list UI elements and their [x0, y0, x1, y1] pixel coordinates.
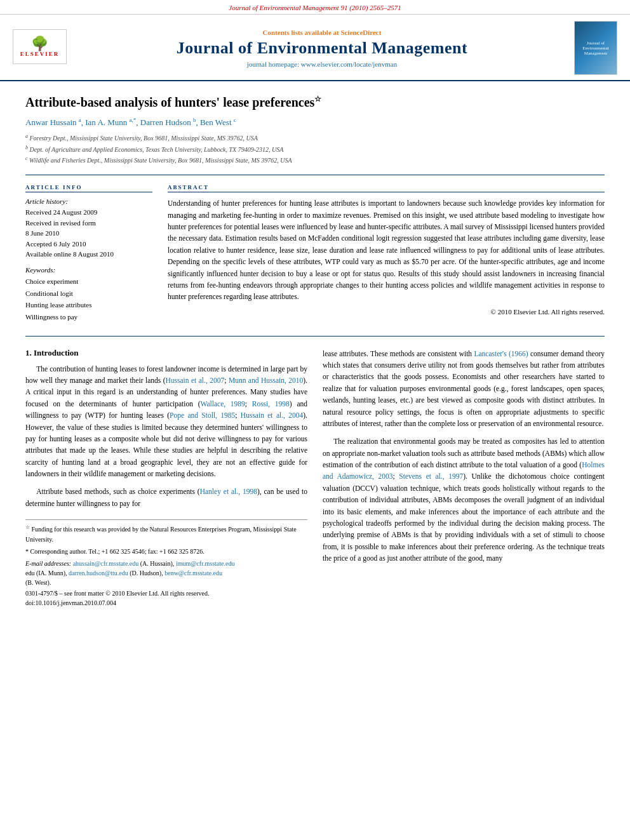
journal-header-center: Contents lists available at ScienceDirec… [70, 29, 574, 68]
abstract-title: ABSTRACT [168, 184, 605, 192]
doi-number[interactable]: doi:10.1016/j.jenvman.2010.07.004 [25, 599, 307, 606]
cite-pope-1985[interactable]: Pope and Stoll, 1985 [170, 411, 235, 419]
introduction-heading: 1. Introduction [25, 348, 307, 358]
footnote-star: ☆ Funding for this research was provided… [25, 524, 307, 543]
abstract-divider [25, 336, 605, 337]
footnote-corresponding: * Corresponding author. Tel.; +1 662 325… [25, 547, 307, 556]
affiliation-c: c Wildlife and Fisheries Dept., Mississi… [25, 155, 605, 166]
journal-homepage: journal homepage: www.elsevier.com/locat… [70, 60, 574, 68]
email-hussain[interactable]: ahussain@cfr.msstate.edu [73, 560, 139, 567]
abstract-text: Understanding of hunter preferences for … [168, 197, 605, 303]
journal-citation-bar: Journal of Environmental Management 91 (… [0, 0, 630, 15]
affiliation-b: b Dept. of Agriculture and Applied Econo… [25, 144, 605, 155]
article-info-column: ARTICLE INFO Article history: Received 2… [25, 184, 152, 329]
main-content: 1. Introduction The contribution of hunt… [25, 348, 605, 606]
cite-hanley-1998[interactable]: Hanley et al., 1998 [200, 488, 257, 495]
cite-rossi-1998[interactable]: Rossi, 1998 [252, 400, 290, 408]
affiliation-a-text: Forestry Dept., Mississippi State Univer… [30, 135, 258, 142]
aff-c: c [234, 117, 236, 123]
journal-title: Journal of Environmental Management [70, 39, 574, 58]
right-para-2: The realization that environmental goods… [323, 436, 605, 564]
cite-munn-2010[interactable]: Munn and Hussain, 2010 [229, 377, 303, 384]
footnote-star-sup: ☆ [25, 524, 30, 530]
elsevier-brand-text: ELSEVIER [20, 51, 60, 57]
elsevier-tree-icon: 🌳 [31, 37, 48, 51]
cite-wallace-1989[interactable]: Wallace, 1989 [201, 400, 245, 408]
intro-para-2: Attribute based methods, such as choice … [25, 486, 307, 509]
affiliation-c-text: Wildlife and Fisheries Dept., Mississipp… [29, 157, 292, 164]
affiliation-a: a Forestry Dept., Mississippi State Univ… [25, 133, 605, 143]
journal-thumbnail: Journal of Environmental Management [574, 21, 617, 75]
history-label: Article history: [25, 197, 152, 205]
header-divider [25, 175, 605, 175]
aff-a-1: a [79, 117, 81, 123]
footnote-emails: E-mail addresses: ahussain@cfr.msstate.e… [25, 559, 307, 587]
homepage-label: journal homepage: [247, 60, 299, 68]
authors-line: Anwar Hussain a, Ian A. Munn a,*, Darren… [25, 117, 605, 128]
elsevier-logo-box: 🌳 ELSEVIER [13, 29, 67, 64]
contents-label: Contents lists available at [263, 29, 339, 36]
science-direct-link: Contents lists available at ScienceDirec… [70, 29, 574, 36]
page: Journal of Environmental Management 91 (… [0, 0, 630, 840]
journal-thumb-text: Journal of Environmental Management [577, 41, 614, 56]
journal-header: 🌳 ELSEVIER Contents lists available at S… [0, 15, 630, 81]
cite-lancaster-1966[interactable]: Lancaster's (1966) [474, 350, 528, 357]
history-revised-label: Received in revised form [25, 218, 152, 229]
aff-b: b [193, 117, 196, 123]
keyword-3: Hunting lease attributes [25, 299, 152, 311]
cite-holmes-2003[interactable]: Holmes and Adamowicz, 2003 [323, 461, 605, 480]
front-matter-text: 0301-4797/$ – see front matter © 2010 El… [25, 590, 209, 597]
article-history-section: Article history: Received 24 August 2009… [25, 197, 152, 260]
author-hudson: Darren Hudson [140, 117, 191, 127]
keywords-label: Keywords: [25, 266, 152, 274]
history-online: Available online 8 August 2010 [25, 249, 152, 260]
article-title-star: ☆ [314, 95, 321, 103]
history-accepted: Accepted 6 July 2010 [25, 239, 152, 250]
history-received: Received 24 August 2009 [25, 207, 152, 218]
main-right-column: lease attributes. These methods are cons… [323, 348, 605, 606]
article-title: Attribute-based analysis of hunters' lea… [25, 94, 605, 110]
cite-stevens-1997[interactable]: Stevens et al., 1997 [399, 472, 463, 480]
email-west-note: (B. West). [25, 579, 51, 586]
abstract-column: ABSTRACT Understanding of hunter prefere… [168, 184, 605, 329]
right-para-1: lease attributes. These methods are cons… [323, 348, 605, 430]
aff-sup-a: a [25, 133, 28, 139]
aff-sup-b: b [25, 145, 28, 150]
author-hussain: Anwar Hussain [25, 117, 77, 127]
journal-citation-text: Journal of Environmental Management 91 (… [229, 4, 401, 11]
elsevier-logo: 🌳 ELSEVIER [13, 29, 70, 67]
aff-a-2: a,* [130, 117, 137, 123]
email-munn[interactable]: imum@cfr.msstate.edu [176, 560, 235, 567]
affiliation-b-text: Dept. of Agriculture and Applied Economi… [30, 146, 284, 153]
keyword-2: Conditional logit [25, 288, 152, 300]
email-label: E-mail addresses: [25, 560, 71, 567]
article-info-title: ARTICLE INFO [25, 184, 152, 192]
keyword-4: Willingness to pay [25, 311, 152, 323]
keywords-list: Choice experiment Conditional logit Hunt… [25, 276, 152, 323]
email-west[interactable]: benw@cfr.msstate.edu [164, 570, 222, 577]
science-direct-brand[interactable]: ScienceDirect [340, 29, 381, 36]
email-hudson[interactable]: darren.hudson@ttu.edu [69, 570, 128, 577]
article-title-text: Attribute-based analysis of hunters' lea… [25, 95, 314, 109]
keyword-1: Choice experiment [25, 276, 152, 288]
author-west: Ben West [200, 117, 232, 127]
cite-hussain-2004[interactable]: Hussain et al., 2004 [241, 411, 303, 419]
aff-sup-c: c [25, 156, 28, 161]
email-munn-note: edu (IA. Munn), [25, 570, 67, 577]
intro-para-1: The contribution of hunting leases to fo… [25, 363, 307, 480]
history-revised-date: 8 June 2010 [25, 228, 152, 239]
affiliations: a Forestry Dept., Mississippi State Univ… [25, 133, 605, 166]
info-abstract-section: ARTICLE INFO Article history: Received 2… [25, 184, 605, 329]
article-body: Attribute-based analysis of hunters' lea… [0, 81, 630, 619]
main-left-column: 1. Introduction The contribution of hunt… [25, 348, 307, 606]
doi-line: 0301-4797/$ – see front matter © 2010 El… [25, 590, 307, 597]
copyright-line: © 2010 Elsevier Ltd. All rights reserved… [168, 308, 605, 316]
homepage-url[interactable]: www.elsevier.com/locate/jenvman [301, 60, 397, 68]
keywords-section: Keywords: Choice experiment Conditional … [25, 266, 152, 323]
cite-hussain-2007[interactable]: Hussain et al., 2007 [166, 377, 225, 384]
author-munn: Ian A. Munn [85, 117, 127, 127]
footnotes-section: ☆ Funding for this research was provided… [25, 519, 307, 606]
